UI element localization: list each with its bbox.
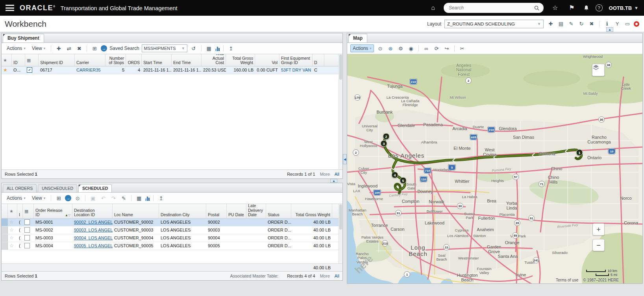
favorite-outline-icon[interactable]: ☆ [9, 243, 14, 248]
favorite-column-cell[interactable]: ★ [2, 66, 12, 74]
order-row[interactable]: ☆(MS-000290003_LOS ANGEL...CUSTOMER_9000… [2, 226, 342, 234]
col-first-equipment-group-id-cell[interactable]: 53FT DRY VAN [279, 66, 313, 74]
row-header-column-cell[interactable] [2, 242, 8, 250]
col-id-truncated[interactable]: I [17, 204, 23, 218]
row-checkbox[interactable] [24, 243, 30, 248]
info-icon[interactable]: ℹ [603, 21, 611, 27]
layouts-list-icon[interactable]: ▤ [557, 21, 565, 27]
zoom-out-button[interactable]: − [592, 239, 605, 251]
export-icon[interactable]: ↥ [157, 195, 165, 201]
favorite-column[interactable]: ★ [2, 54, 12, 66]
col-vol[interactable]: Vol [255, 54, 279, 66]
favorite-outline-icon[interactable]: ☆ [9, 219, 14, 225]
tab-scheduled[interactable]: SCHEDULED [78, 184, 112, 192]
col-number-of-stops[interactable]: Number of Stops [105, 54, 126, 66]
col-carrier-cell[interactable]: CARRIER35 [75, 66, 105, 74]
menu-icon[interactable] [6, 5, 14, 11]
grid-popout-icon[interactable]: ⊞ [55, 195, 63, 201]
reload-layout-icon[interactable]: ↻ [577, 21, 585, 27]
binoculars-icon[interactable]: ∞ [422, 46, 430, 51]
compare-icon[interactable]: ⇄ [65, 46, 73, 51]
collapse-up-arrow[interactable]: ▲ [330, 179, 337, 183]
delete-layout-icon[interactable]: ✖ [588, 21, 596, 27]
zoom-in-button[interactable]: + [592, 223, 605, 235]
cell-link[interactable]: CARRIER35 [76, 68, 101, 72]
select-column[interactable]: ▦ [23, 204, 34, 218]
redo-icon[interactable]: ↪ [443, 46, 451, 51]
add-layout-icon[interactable]: ✚ [547, 21, 555, 27]
cell-link[interactable]: 90004_LOS ANGEL... [74, 235, 113, 240]
cell-link[interactable]: 53FT DRY VAN [281, 68, 311, 72]
route-stop-marker[interactable]: 4 [392, 172, 398, 178]
export-icon[interactable]: ↥ [227, 46, 235, 51]
cell-link[interactable]: 90003_LOS ANGEL... [74, 228, 113, 232]
view-menu[interactable]: View▾ [30, 45, 47, 52]
route-stop-marker[interactable]: 1 [576, 149, 583, 156]
scrollbar-thumb[interactable] [339, 55, 342, 80]
col-postal[interactable]: Postal [206, 204, 227, 218]
col-id[interactable]: ID [12, 54, 25, 66]
lock-icon[interactable]: ⊙ [376, 46, 384, 51]
favorite-outline-icon[interactable]: ☆ [9, 235, 14, 241]
cell-link[interactable]: 90005_LOS ANGEL... [74, 243, 113, 248]
col-loc-name[interactable]: Loc Name [113, 204, 159, 218]
columns-icon[interactable]: ▦ [135, 195, 143, 201]
col-end-time[interactable]: End Time [172, 54, 202, 66]
route-stop-marker[interactable]: 3 [381, 140, 387, 147]
favorites-star-icon[interactable]: ☆ [550, 4, 560, 11]
row-header-column-cell[interactable] [2, 219, 8, 226]
edit-icon[interactable]: ✎ [120, 195, 128, 201]
row-checkbox[interactable] [24, 227, 30, 233]
view-menu[interactable]: View▾ [30, 195, 47, 202]
map-layers-button[interactable] [592, 64, 605, 76]
visibility-icon[interactable]: ◉ [407, 46, 415, 51]
scrollbar-thumb[interactable] [339, 204, 342, 230]
col-first-equipment-group-id[interactable]: First Equipment Group ID [279, 54, 313, 66]
tools-icon[interactable]: Υ [613, 21, 621, 27]
remove-icon[interactable]: ✖ [75, 46, 83, 51]
select-column-cell[interactable] [23, 226, 34, 234]
actions-menu[interactable]: Actions▾ [5, 45, 28, 52]
saved-search-select[interactable]: MSSHIPMENTS▼ [142, 44, 187, 52]
global-search[interactable] [444, 3, 544, 13]
all-link[interactable]: All [335, 274, 339, 278]
reset-search-icon[interactable]: ↺ [190, 46, 198, 51]
row-checkbox[interactable]: ✔ [27, 67, 32, 73]
select-column-cell[interactable]: ✔ [25, 66, 39, 74]
notifications-bell-icon[interactable] [583, 5, 589, 11]
col-total-actual-cost[interactable]: Total Actual Cost [202, 54, 226, 66]
row-checkbox[interactable] [24, 235, 30, 241]
favorite-column-cell[interactable]: ☆ [8, 226, 17, 234]
horizontal-splitter[interactable]: ▲ [1, 179, 343, 183]
actions-menu[interactable]: Actions▾ [5, 195, 28, 202]
col-destination-location-id-cell[interactable]: 90005_LOS ANGEL... [72, 242, 113, 250]
order-row[interactable]: ☆(MS-000490005_LOS ANGEL...CUSTOMER_9000… [2, 242, 342, 250]
col-late-delivery-date[interactable]: Late Delivery Date [246, 204, 266, 218]
order-row[interactable]: ☆(MS-000390004_LOS ANGEL...CUSTOMER_9000… [2, 234, 342, 242]
col-order-release-id[interactable]: Order Release ID▲▽ [34, 204, 72, 218]
col-ords[interactable]: ORDS [126, 54, 142, 66]
row-checkbox[interactable] [24, 219, 30, 225]
go-icon[interactable]: → [101, 45, 107, 51]
terms-of-use-link[interactable]: Terms of use [556, 278, 578, 282]
row-header-column-cell[interactable] [2, 234, 8, 242]
chart-icon[interactable] [215, 46, 220, 51]
favorite-column[interactable]: ★ [8, 204, 17, 218]
route-stop-marker[interactable]: 2 [383, 133, 390, 140]
row-header-column[interactable] [2, 204, 8, 218]
map-viewport[interactable]: WrightwoodAngeles National ForestLytle C… [347, 54, 642, 283]
favorite-column-cell[interactable]: ☆ [8, 242, 17, 250]
favorite-icon[interactable]: ★ [3, 67, 7, 73]
col-shipment-id[interactable]: Shipment ID [39, 54, 75, 66]
route-stop-marker[interactable]: 5 [400, 177, 407, 184]
col-destination-location-id-cell[interactable]: 90003_LOS ANGEL... [72, 226, 113, 234]
collapse-left-arrow[interactable]: ◀ [343, 154, 347, 164]
network-route-icon[interactable]: ⊛ [387, 46, 394, 51]
all-link[interactable]: All [335, 172, 339, 176]
route-split-icon[interactable]: ✂ [458, 46, 466, 51]
add-icon[interactable]: ✚ [55, 46, 63, 51]
tab-map[interactable]: Map [348, 34, 367, 42]
col-destination-city[interactable]: Destination City [159, 204, 206, 218]
search-icon[interactable] [534, 6, 539, 11]
lock-icon[interactable]: ⊙ [74, 195, 81, 201]
